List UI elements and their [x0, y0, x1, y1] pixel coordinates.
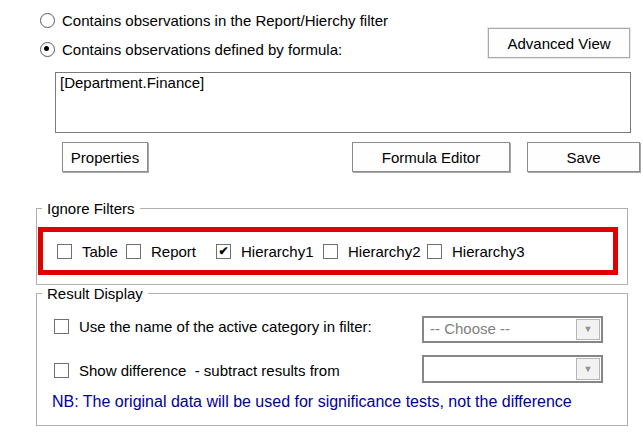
checkbox-label: Use the name of the active category in f…: [79, 318, 372, 335]
difference-dropdown-button[interactable]: ▼: [576, 358, 600, 380]
difference-dropdown[interactable]: ▼: [422, 355, 603, 383]
filter-definition-panel: Contains observations in the Report/Hier…: [0, 0, 643, 437]
checkbox-label: Table: [82, 243, 118, 260]
checkbox-hierarchy1[interactable]: ✔ Hierarchy1: [216, 243, 314, 259]
category-dropdown-value: -- Choose --: [430, 320, 510, 337]
save-button[interactable]: Save: [527, 142, 640, 172]
chevron-down-icon: ▼: [584, 325, 593, 334]
radio-report-hierarchy-filter[interactable]: Contains observations in the Report/Hier…: [40, 12, 388, 28]
ignore-filters-group-label: Ignore Filters: [42, 200, 140, 217]
formula-editor-button[interactable]: Formula Editor: [352, 142, 510, 172]
checkbox-box: [323, 244, 338, 259]
checkbox-box: [54, 363, 69, 378]
checkbox-hierarchy2[interactable]: Hierarchy2: [323, 243, 421, 259]
properties-button[interactable]: Properties: [62, 142, 148, 172]
radio-unselected-icon: [40, 13, 55, 28]
checkbox-label: Report: [151, 243, 196, 260]
checkbox-label: Hierarchy2: [348, 243, 421, 260]
checkbox-report[interactable]: Report: [126, 243, 196, 259]
checkbox-box: [427, 244, 442, 259]
checkbox-label: Hierarchy3: [452, 243, 525, 260]
category-dropdown-button[interactable]: ▼: [576, 319, 600, 340]
checkbox-show-difference[interactable]: Show difference - subtract results from: [54, 362, 340, 378]
advanced-view-button[interactable]: Advanced View: [488, 28, 630, 58]
checkbox-label: Show difference - subtract results from: [79, 362, 340, 379]
radio-defined-by-formula[interactable]: Contains observations defined by formula…: [40, 41, 342, 57]
checkbox-box: [126, 244, 141, 259]
radio-label: Contains observations defined by formula…: [62, 41, 342, 58]
checkbox-box: [57, 244, 72, 259]
checkbox-hierarchy3[interactable]: Hierarchy3: [427, 243, 525, 259]
nb-note: NB: The original data will be used for s…: [52, 393, 572, 411]
checkbox-box: [54, 319, 69, 334]
radio-selected-icon: [40, 42, 55, 57]
checkbox-use-active-category[interactable]: Use the name of the active category in f…: [54, 318, 372, 334]
checkbox-label: Hierarchy1: [241, 243, 314, 260]
checkbox-box-checked: ✔: [216, 244, 231, 259]
radio-label: Contains observations in the Report/Hier…: [62, 12, 388, 29]
checkbox-table[interactable]: Table: [57, 243, 118, 259]
category-dropdown[interactable]: -- Choose -- ▼: [422, 316, 603, 343]
formula-textarea[interactable]: [Department.Finance]: [55, 72, 631, 133]
chevron-down-icon: ▼: [584, 365, 593, 374]
result-display-group-label: Result Display: [42, 285, 148, 302]
